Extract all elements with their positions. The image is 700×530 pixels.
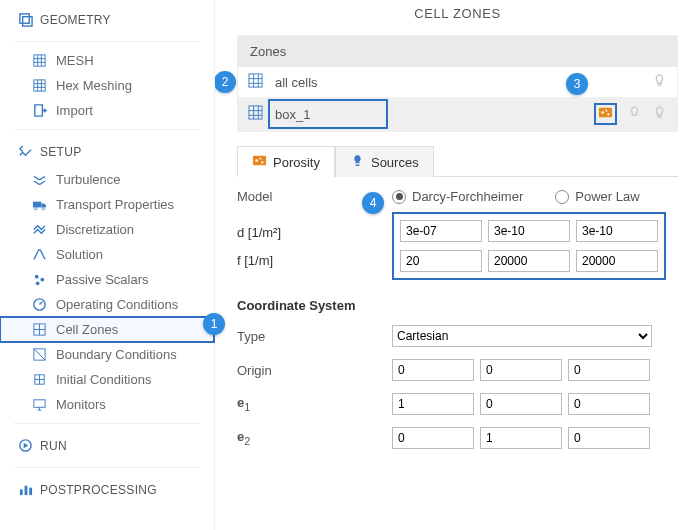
svg-point-24 xyxy=(607,113,609,115)
svg-rect-17 xyxy=(25,486,28,495)
setup-icon xyxy=(18,144,40,159)
svg-point-26 xyxy=(255,159,258,162)
svg-point-6 xyxy=(42,207,45,210)
section-geometry[interactable]: GEOMETRY xyxy=(0,4,214,35)
label: Passive Scalars xyxy=(56,272,148,287)
tab-sources[interactable]: Sources xyxy=(335,146,434,177)
sources-icon xyxy=(350,153,365,171)
section-setup[interactable]: SETUP xyxy=(0,136,214,167)
e1-2[interactable] xyxy=(568,393,650,415)
sidebar-item-operating[interactable]: Operating Conditions xyxy=(0,292,214,317)
sidebar-item-initial[interactable]: Initial Conditions xyxy=(0,367,214,392)
cellzones-icon xyxy=(32,322,56,337)
sidebar-item-mesh[interactable]: MESH xyxy=(0,48,214,73)
svg-rect-18 xyxy=(29,488,32,496)
label: Operating Conditions xyxy=(56,297,178,312)
svg-point-22 xyxy=(601,111,604,114)
f-input-0[interactable] xyxy=(400,250,482,272)
import-icon xyxy=(32,103,56,118)
row-origin: Origin xyxy=(237,347,678,381)
origin-1[interactable] xyxy=(480,359,562,381)
label: Solution xyxy=(56,247,103,262)
tab-porosity[interactable]: Porosity xyxy=(237,146,335,177)
radio-dot-off xyxy=(555,190,569,204)
bulb-icon[interactable] xyxy=(652,105,667,123)
e2-label: e2 xyxy=(237,429,392,447)
e1-1[interactable] xyxy=(480,393,562,415)
values-highlight: 4 xyxy=(392,212,666,280)
d-input-0[interactable] xyxy=(400,220,482,242)
zone-row-box-1[interactable]: box_1 3 xyxy=(238,97,677,131)
sidebar-item-solution[interactable]: Solution xyxy=(0,242,214,267)
radio-dot-on xyxy=(392,190,406,204)
sidebar-item-import[interactable]: Import xyxy=(0,98,214,123)
label: GEOMETRY xyxy=(40,13,111,27)
origin-label: Origin xyxy=(237,363,392,378)
label: Turbulence xyxy=(56,172,121,187)
zones-header: Zones xyxy=(238,36,677,67)
zone-label: box_1 xyxy=(271,107,586,122)
label: Discretization xyxy=(56,222,134,237)
page-title: CELL ZONES xyxy=(237,6,678,35)
svg-rect-16 xyxy=(20,490,23,496)
sidebar-item-discretization[interactable]: Discretization xyxy=(0,217,214,242)
svg-rect-25 xyxy=(253,156,266,165)
type-select[interactable]: Cartesian xyxy=(392,325,652,347)
geometry-icon xyxy=(18,12,40,27)
zone-label: all cells xyxy=(271,75,644,90)
radio-power[interactable]: Power Law xyxy=(555,189,639,204)
sidebar-item-cellzones[interactable]: Cell Zones 1 xyxy=(0,317,214,342)
label: Transport Properties xyxy=(56,197,174,212)
e1-label: e1 xyxy=(237,395,392,413)
section-run[interactable]: RUN xyxy=(0,430,214,461)
tabs: Porosity Sources xyxy=(237,146,678,177)
grid-icon xyxy=(248,73,263,91)
origin-2[interactable] xyxy=(568,359,650,381)
svg-rect-20 xyxy=(249,106,262,119)
label: POSTPROCESSING xyxy=(40,483,157,497)
sidebar-item-passive[interactable]: Passive Scalars xyxy=(0,267,214,292)
svg-point-23 xyxy=(606,110,608,112)
svg-point-8 xyxy=(40,278,44,282)
e2-1[interactable] xyxy=(480,427,562,449)
svg-rect-21 xyxy=(599,108,612,117)
porosity-toggle-icon[interactable] xyxy=(594,103,617,125)
section-postprocessing[interactable]: POSTPROCESSING xyxy=(0,474,214,505)
svg-rect-14 xyxy=(34,400,45,408)
sidebar-item-transport[interactable]: Transport Properties xyxy=(0,192,214,217)
label: Initial Conditions xyxy=(56,372,151,387)
e2-0[interactable] xyxy=(392,427,474,449)
turbulence-icon xyxy=(32,172,56,187)
zones-panel: Zones 2 all cells box_1 3 xyxy=(237,35,678,132)
sources-toggle-icon[interactable] xyxy=(627,105,642,123)
e2-2[interactable] xyxy=(568,427,650,449)
svg-rect-19 xyxy=(249,74,262,87)
d-input-1[interactable] xyxy=(488,220,570,242)
label: Hex Meshing xyxy=(56,78,132,93)
f-input-2[interactable] xyxy=(576,250,658,272)
f-input-1[interactable] xyxy=(488,250,570,272)
sidebar-item-boundary[interactable]: Boundary Conditions xyxy=(0,342,214,367)
d-input-2[interactable] xyxy=(576,220,658,242)
row-model: Model Darcy-Forchheimer Power Law xyxy=(237,177,678,204)
sidebar: GEOMETRY MESH Hex Meshing Import SETUP T… xyxy=(0,0,215,530)
label: Import xyxy=(56,103,93,118)
svg-rect-0 xyxy=(20,14,29,23)
sidebar-item-monitors[interactable]: Monitors xyxy=(0,392,214,417)
origin-0[interactable] xyxy=(392,359,474,381)
sidebar-item-hex[interactable]: Hex Meshing xyxy=(0,73,214,98)
porosity-icon xyxy=(252,153,267,171)
passive-icon xyxy=(32,272,56,287)
sidebar-item-turbulence[interactable]: Turbulence xyxy=(0,167,214,192)
bulb-icon[interactable] xyxy=(652,73,667,91)
tab-label: Porosity xyxy=(273,155,320,170)
callout-4: 4 xyxy=(362,192,384,214)
svg-point-5 xyxy=(34,207,37,210)
row-type: Type Cartesian xyxy=(237,313,678,347)
label: RUN xyxy=(40,439,67,453)
e1-0[interactable] xyxy=(392,393,474,415)
callout-1: 1 xyxy=(203,313,225,335)
operating-icon xyxy=(32,297,56,312)
zone-row-all-cells[interactable]: 2 all cells xyxy=(238,67,677,97)
radio-darcy[interactable]: Darcy-Forchheimer xyxy=(392,189,523,204)
